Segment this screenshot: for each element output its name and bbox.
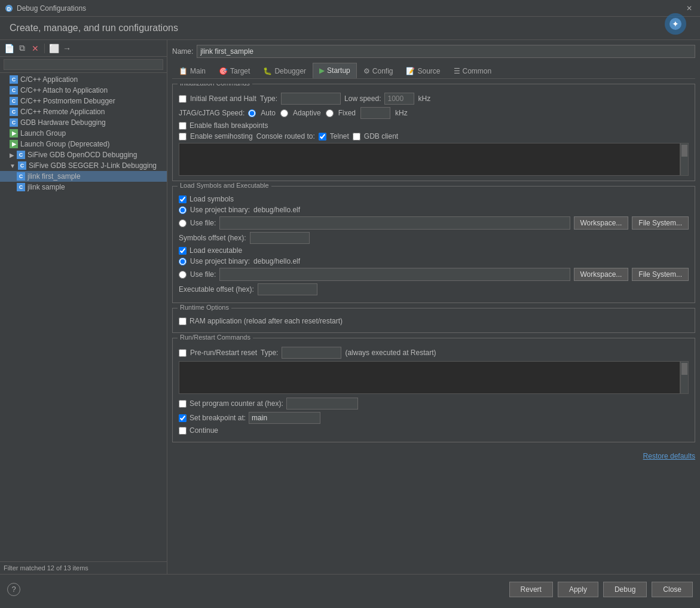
tab-target-label: Target (230, 67, 250, 75)
sidebar-item-label: jlink sample (27, 183, 164, 191)
jtag-speed-label: JTAG/cJTAG Speed: (179, 109, 244, 117)
sym-project-binary-radio[interactable] (179, 206, 187, 214)
c-icon: C (17, 151, 25, 159)
apply-button[interactable]: Apply (558, 582, 598, 597)
source-tab-icon: 📝 (406, 67, 415, 75)
tab-config[interactable]: ⚙ Config (357, 63, 400, 78)
export-config-button[interactable]: ⬜ (48, 43, 59, 54)
close-button[interactable]: Close (652, 582, 693, 597)
pre-run-checkbox[interactable] (179, 349, 187, 357)
tab-source-label: Source (417, 67, 440, 75)
flash-breakpoints-checkbox[interactable] (179, 122, 187, 130)
set-pc-row: Set program counter at (hex): (179, 398, 689, 410)
exec-project-binary-radio[interactable] (179, 258, 187, 265)
sym-file-input[interactable] (219, 216, 570, 230)
symbols-offset-label: Symbols offset (hex): (179, 234, 246, 242)
c-icon: C (10, 86, 18, 94)
telnet-label: Telnet (330, 132, 349, 140)
init-scrollbar[interactable] (680, 143, 689, 176)
filter-matched-text: Filter matched 12 of 13 items (4, 564, 88, 572)
use-project-binary-row: Use project binary: debug/hello.elf (179, 206, 689, 214)
flash-breakpoints-row: Enable flash breakpoints (179, 121, 689, 130)
tab-source[interactable]: 📝 Source (399, 63, 447, 78)
tab-main[interactable]: 📋 Main (172, 63, 212, 78)
jtag-fixed-radio[interactable] (326, 109, 334, 117)
symbols-offset-input[interactable] (250, 232, 310, 244)
telnet-checkbox[interactable] (319, 133, 326, 140)
runtime-options-section: Runtime Options RAM application (reload … (172, 308, 695, 333)
exec-file-input[interactable] (219, 268, 570, 281)
tab-target[interactable]: 🎯 Target (212, 63, 256, 78)
low-speed-input[interactable] (384, 93, 414, 105)
sidebar-item-launch-group[interactable]: ▶ Launch Group (0, 128, 167, 139)
semihosting-checkbox[interactable] (179, 133, 187, 140)
init-textarea-container (179, 143, 689, 176)
load-symbols-checkbox[interactable] (179, 195, 187, 203)
run-scrollbar[interactable] (680, 361, 689, 394)
name-input[interactable] (197, 45, 695, 58)
sym-filesystem-button[interactable]: File System... (632, 216, 689, 230)
new-config-button[interactable]: 📄 (4, 43, 14, 54)
set-pc-checkbox[interactable] (179, 400, 187, 408)
svg-text:✦: ✦ (672, 19, 679, 29)
ram-app-checkbox[interactable] (179, 317, 187, 325)
c-icon: C (17, 183, 25, 191)
run-commands-textarea[interactable] (179, 361, 680, 394)
window-close-button[interactable]: ✕ (683, 2, 695, 14)
jtag-fixed-value-input[interactable] (360, 107, 390, 119)
tab-debugger[interactable]: 🐛 Debugger (256, 63, 313, 78)
executable-offset-input[interactable] (258, 283, 317, 295)
title-bar: D Debug Configurations ✕ (0, 0, 700, 17)
set-breakpoint-row: Set breakpoint at: (179, 412, 689, 424)
restore-defaults-link[interactable]: Restore defaults (172, 450, 695, 463)
duplicate-config-button[interactable]: ⧉ (17, 43, 27, 54)
initial-reset-checkbox[interactable] (179, 95, 187, 103)
c-icon: C (17, 172, 25, 181)
tab-common[interactable]: ☰ Common (447, 63, 499, 78)
exec-use-file-radio[interactable] (179, 271, 187, 279)
tab-config-label: Config (372, 67, 393, 75)
sidebar-item-sifive-jlink[interactable]: ▼ C SiFive GDB SEGGER J-Link Debugging (0, 160, 167, 171)
init-commands-textarea[interactable] (179, 143, 680, 176)
exec-workspace-button[interactable]: Workspace... (574, 268, 629, 281)
sidebar-search-input[interactable] (4, 59, 163, 70)
jtag-adaptive-radio[interactable] (280, 109, 288, 117)
launch-icon: ▶ (10, 129, 18, 138)
debug-button[interactable]: Debug (603, 582, 647, 597)
sidebar-item-jlink-first-sample[interactable]: C jlink first_sample (0, 171, 167, 182)
exec-filesystem-button[interactable]: File System... (632, 268, 689, 281)
jtag-adaptive-label: Adaptive (293, 109, 321, 117)
sym-use-file-label: Use file: (190, 219, 216, 227)
sidebar-item-label: jlink first_sample (27, 172, 164, 181)
import-config-button[interactable]: → (62, 43, 72, 54)
window-icon: D (5, 4, 13, 13)
run-type-input[interactable] (282, 347, 341, 359)
c-icon: C (10, 108, 18, 116)
set-breakpoint-checkbox[interactable] (179, 414, 187, 422)
sidebar-item-cpp-attach[interactable]: C C/C++ Attach to Application (0, 85, 167, 96)
sym-use-file-radio[interactable] (179, 219, 187, 227)
name-label: Name: (172, 47, 193, 56)
revert-button[interactable]: Revert (509, 582, 553, 597)
sidebar-item-launch-group-dep[interactable]: ▶ Launch Group (Deprecated) (0, 139, 167, 149)
jtag-auto-radio[interactable] (248, 109, 256, 117)
sidebar-item-cpp-remote[interactable]: C C/C++ Remote Application (0, 106, 167, 117)
sidebar-item-sifive-openocd[interactable]: ▶ C SiFive GDB OpenOCD Debugging (0, 149, 167, 160)
sym-workspace-button[interactable]: Workspace... (574, 216, 629, 230)
continue-label: Continue (189, 426, 218, 435)
load-executable-checkbox[interactable] (179, 247, 187, 255)
delete-config-button[interactable]: ✕ (30, 43, 41, 54)
sidebar-item-gdb-hardware[interactable]: C GDB Hardware Debugging (0, 117, 167, 128)
type-input[interactable] (281, 93, 341, 105)
set-pc-input[interactable] (286, 398, 358, 410)
load-symbols-row: Load symbols (179, 195, 689, 203)
continue-checkbox[interactable] (179, 427, 187, 435)
sidebar-item-cpp-postmortem[interactable]: C C/C++ Postmortem Debugger (0, 96, 167, 106)
sidebar-item-cpp-app[interactable]: C C/C++ Application (0, 74, 167, 85)
tab-startup[interactable]: ▶ Startup (313, 63, 357, 78)
help-button[interactable]: ? (7, 583, 20, 596)
always-executed-label: (always executed at Restart) (345, 349, 436, 357)
sidebar-item-jlink-sample[interactable]: C jlink sample (0, 182, 167, 193)
set-breakpoint-input[interactable] (249, 412, 320, 424)
gdb-client-checkbox[interactable] (353, 133, 360, 140)
